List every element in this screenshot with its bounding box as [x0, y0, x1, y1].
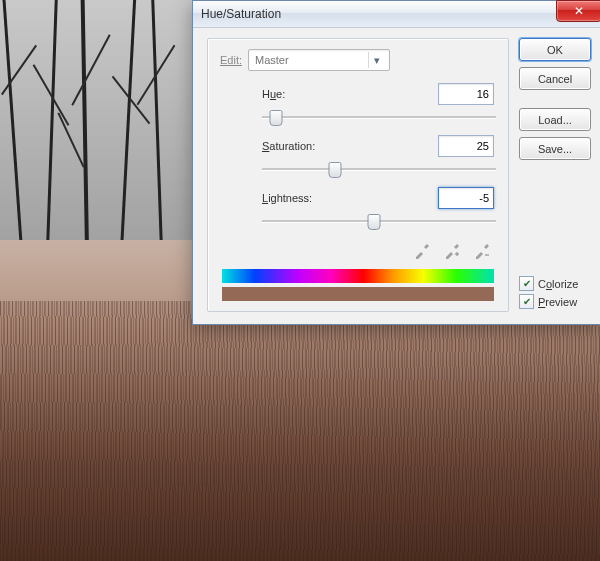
lightness-slider[interactable]: [262, 211, 496, 231]
lightness-param: Lightness:: [220, 187, 496, 231]
hue-slider[interactable]: [262, 107, 496, 127]
hue-spectrum-bar: [222, 269, 494, 283]
save-button[interactable]: Save...: [519, 137, 591, 160]
side-buttons: OK Cancel Load... Save... ✔ Colorize ✔ P…: [519, 38, 591, 312]
colorize-checkbox[interactable]: ✔ Colorize: [519, 276, 591, 291]
slider-thumb[interactable]: [270, 110, 283, 126]
close-button[interactable]: ✕: [556, 0, 600, 22]
slider-track: [262, 168, 496, 171]
eyedropper-plus-icon[interactable]: [442, 241, 462, 261]
eyedropper-icon[interactable]: [412, 241, 432, 261]
edit-dropdown[interactable]: Master ▾: [248, 49, 390, 71]
saturation-param: Saturation:: [220, 135, 496, 179]
saturation-input[interactable]: [438, 135, 494, 157]
checkbox-icon: ✔: [519, 294, 534, 309]
saturation-label: Saturation:: [262, 140, 352, 152]
eyedropper-minus-icon[interactable]: [472, 241, 492, 261]
edit-dropdown-value: Master: [255, 54, 289, 66]
eyedropper-tools: [220, 239, 496, 261]
edit-row: Edit: Master ▾: [220, 49, 496, 71]
slider-track: [262, 116, 496, 119]
checkbox-icon: ✔: [519, 276, 534, 291]
colorize-label: Colorize: [538, 278, 578, 290]
hue-input[interactable]: [438, 83, 494, 105]
grass-texture: [0, 301, 600, 561]
load-button[interactable]: Load...: [519, 108, 591, 131]
lightness-label: Lightness:: [262, 192, 352, 204]
ok-button[interactable]: OK: [519, 38, 591, 61]
close-x-icon: ✕: [574, 4, 584, 18]
hue-param: Hue:: [220, 83, 496, 127]
lightness-input[interactable]: [438, 187, 494, 209]
slider-thumb[interactable]: [328, 162, 341, 178]
edit-label: Edit:: [220, 54, 242, 66]
saturation-slider[interactable]: [262, 159, 496, 179]
preview-label: Preview: [538, 296, 577, 308]
photoshop-canvas: 思缘设计论坛 WWW.MISSYUAN.COM Hue/Saturation ✕…: [0, 0, 600, 561]
dialog-body: Edit: Master ▾ Hue:: [193, 28, 600, 324]
controls-panel: Edit: Master ▾ Hue:: [207, 38, 509, 312]
cancel-button[interactable]: Cancel: [519, 67, 591, 90]
dialog-titlebar[interactable]: Hue/Saturation ✕: [193, 1, 600, 28]
dialog-title: Hue/Saturation: [201, 7, 281, 21]
hue-label: Hue:: [262, 88, 352, 100]
result-color-bar: [222, 287, 494, 301]
hue-saturation-dialog: Hue/Saturation ✕ Edit: Master ▾ Hue:: [192, 0, 600, 325]
checkbox-group: ✔ Colorize ✔ Preview: [519, 209, 591, 312]
chevron-down-icon: ▾: [368, 52, 385, 68]
background-image-trees: [0, 0, 200, 240]
preview-checkbox[interactable]: ✔ Preview: [519, 294, 591, 309]
slider-thumb[interactable]: [368, 214, 381, 230]
